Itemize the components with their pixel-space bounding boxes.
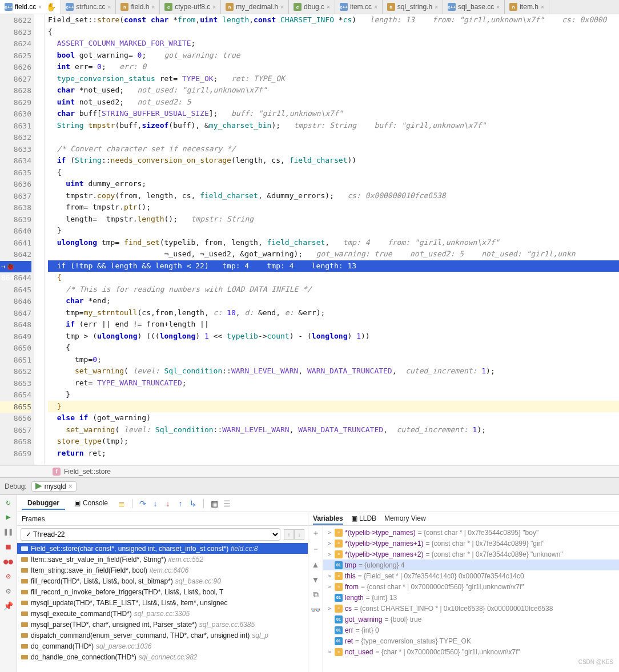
variable-row[interactable]: >≡ *(typelib->type_names+1) = {const cha… bbox=[323, 538, 619, 549]
close-icon[interactable]: × bbox=[541, 4, 544, 10]
breadcrumb[interactable]: f Field_set::store bbox=[0, 465, 619, 478]
variable-row[interactable]: 01 length = {uint} 13 bbox=[323, 592, 619, 603]
remove-watch-icon[interactable]: － bbox=[312, 544, 320, 554]
expand-icon[interactable]: > bbox=[327, 552, 332, 557]
stack-frame[interactable]: mysql_update(THD*, TABLE_LIST*, List&, L… bbox=[17, 597, 308, 608]
svg-rect-6 bbox=[21, 611, 28, 616]
stack-frame[interactable]: Item::save_str_value_in_field(Field*, St… bbox=[17, 554, 308, 565]
stack-frame[interactable]: do_handle_one_connection(THD*) sql_conne… bbox=[17, 651, 308, 662]
expand-icon[interactable]: > bbox=[327, 584, 332, 590]
debug-config[interactable]: mysqld × bbox=[31, 481, 77, 492]
tab-variables[interactable]: Variables bbox=[313, 513, 343, 525]
svg-rect-5 bbox=[21, 601, 28, 605]
debug-panel: ↻ ▶ ❚❚ ■ ●● ⊘ ⚙ 📌 Debugger ▣Console ≣ ↷ … bbox=[0, 495, 619, 672]
view-breakpoints-icon[interactable]: ●● bbox=[4, 557, 13, 566]
variables-tree[interactable]: >≡ *(typelib->type_names) = {const char … bbox=[323, 526, 619, 672]
step-out-icon[interactable]: ↑ bbox=[176, 499, 185, 508]
tab-dbug-c[interactable]: cdbug.c× bbox=[289, 0, 335, 14]
stack-frame[interactable]: Field_set::store(char const*, unsigned i… bbox=[17, 543, 308, 554]
stack-frame[interactable]: do_command(THD*) sql_parse.cc:1036 bbox=[17, 641, 308, 651]
tab-item-cc[interactable]: c++item.cc× bbox=[335, 0, 383, 14]
rerun-icon[interactable]: ↻ bbox=[4, 497, 13, 506]
variable-row[interactable]: 01 got_warning = {bool} true bbox=[323, 614, 619, 625]
close-icon[interactable]: × bbox=[280, 4, 284, 10]
tab-ctype-utf8-c[interactable]: cctype-utf8.c× bbox=[160, 0, 221, 14]
variable-row[interactable]: >≡ *(typelib->type_names) = {const char … bbox=[323, 527, 619, 538]
watermark: CSDN @KES bbox=[578, 659, 613, 665]
up-icon[interactable]: ▲ bbox=[312, 560, 320, 569]
frame-down-icon[interactable]: ↓ bbox=[294, 529, 304, 540]
mute-breakpoints-icon[interactable]: ⊘ bbox=[4, 572, 13, 581]
expand-icon[interactable]: > bbox=[327, 573, 332, 579]
var-kind-icon: 01 bbox=[335, 626, 343, 634]
variable-row[interactable]: >≡ this = {Field_set * | 0x7fe3544c14c0}… bbox=[323, 570, 619, 581]
close-icon[interactable]: × bbox=[151, 4, 155, 10]
debug-header: Debug: mysqld × bbox=[0, 478, 619, 495]
variable-row[interactable]: 01 tmp = {ulonglong} 4 bbox=[323, 560, 619, 570]
tab-sql_string-h[interactable]: hsql_string.h× bbox=[383, 0, 443, 14]
expand-icon[interactable]: > bbox=[327, 606, 332, 611]
close-icon[interactable]: × bbox=[374, 4, 377, 10]
glasses-icon[interactable]: 👓 bbox=[311, 605, 320, 614]
close-icon[interactable]: × bbox=[108, 4, 111, 10]
thread-select[interactable]: ✓ Thread-22 bbox=[21, 528, 280, 541]
pause-icon[interactable]: ❚❚ bbox=[4, 527, 13, 536]
frame-up-icon[interactable]: ↑ bbox=[284, 529, 294, 540]
step-into-icon[interactable]: ↓ bbox=[151, 499, 160, 508]
tab-lldb[interactable]: ▣ LLDB bbox=[351, 513, 376, 525]
expand-icon[interactable]: > bbox=[327, 530, 332, 536]
force-step-into-icon[interactable]: ↓ bbox=[163, 499, 172, 508]
pin-icon[interactable]: 📌 bbox=[4, 601, 13, 610]
step-over-icon[interactable]: ↷ bbox=[138, 499, 147, 508]
more-icon[interactable]: ☰ bbox=[222, 499, 231, 508]
code-editor[interactable]: 8622862386248625862686278628862986308631… bbox=[0, 14, 619, 465]
add-watch-icon[interactable]: ＋ bbox=[312, 528, 320, 538]
variable-row[interactable]: >≡ not_used = {char * | 0x700000c0f560} … bbox=[323, 646, 619, 657]
tab-field-h[interactable]: hfield.h× bbox=[116, 0, 160, 14]
svg-rect-7 bbox=[21, 622, 28, 627]
stack-frame[interactable]: fill_record(THD*, List&, List&, bool, st… bbox=[17, 576, 308, 586]
evaluate-icon[interactable]: ▦ bbox=[210, 499, 219, 508]
tab-field-cc[interactable]: c++field.cc×✋ bbox=[0, 0, 61, 14]
tab-strfunc-cc[interactable]: c++strfunc.cc× bbox=[61, 0, 116, 14]
close-icon[interactable]: × bbox=[496, 4, 500, 10]
stack-frame[interactable]: dispatch_command(enum_server_command, TH… bbox=[17, 630, 308, 641]
stack-frame[interactable]: fill_record_n_invoke_before_triggers(THD… bbox=[17, 586, 308, 597]
tab-item-h[interactable]: hitem.h× bbox=[505, 0, 549, 14]
variable-row[interactable]: 01 err = {int} 0 bbox=[323, 625, 619, 635]
cpp-file-icon: c++ bbox=[340, 3, 348, 11]
call-stack[interactable]: Field_set::store(char const*, unsigned i… bbox=[17, 543, 308, 672]
stack-frame[interactable]: mysql_parse(THD*, char*, unsigned int, P… bbox=[17, 619, 308, 630]
close-icon[interactable]: × bbox=[38, 4, 42, 10]
settings-icon[interactable]: ⚙ bbox=[4, 586, 13, 595]
code-area[interactable]: Field_set::store(const char *from,uint l… bbox=[45, 14, 619, 465]
stop-icon[interactable]: ■ bbox=[4, 542, 13, 551]
variable-row[interactable]: >≡ *(typelib->type_names+2) = {const cha… bbox=[323, 549, 619, 560]
tab-debugger[interactable]: Debugger bbox=[22, 497, 65, 510]
tab-memory[interactable]: Memory View bbox=[384, 513, 425, 525]
tab-my_decimal-h[interactable]: hmy_decimal.h× bbox=[221, 0, 289, 14]
variable-row[interactable]: >≡ cs = {const CHARSET_INFO * | 0x10fce6… bbox=[323, 603, 619, 614]
close-icon[interactable]: × bbox=[212, 4, 216, 10]
variable-row[interactable]: >≡ from = {const char * | 0x700000c0f560… bbox=[323, 581, 619, 592]
console-icon: ▣ bbox=[74, 499, 81, 507]
var-kind-icon: ≡ bbox=[335, 572, 343, 580]
expand-icon[interactable]: > bbox=[327, 649, 332, 655]
fold-column[interactable] bbox=[34, 14, 45, 465]
copy-icon[interactable]: ⧉ bbox=[313, 590, 319, 599]
expand-icon[interactable]: > bbox=[327, 541, 332, 546]
down-icon[interactable]: ▼ bbox=[312, 575, 320, 584]
close-icon[interactable]: × bbox=[69, 482, 73, 490]
run-to-cursor-icon[interactable]: ↳ bbox=[188, 499, 198, 508]
var-kind-icon: 01 bbox=[335, 637, 343, 645]
tab-sql_base-cc[interactable]: c++sql_base.cc× bbox=[443, 0, 505, 14]
close-icon[interactable]: × bbox=[327, 4, 330, 10]
variable-row[interactable]: 01 ret = {type_conversion_status} TYPE_O… bbox=[323, 635, 619, 646]
stack-frame[interactable]: mysql_execute_command(THD*) sql_parse.cc… bbox=[17, 608, 308, 619]
close-icon[interactable]: × bbox=[435, 4, 438, 10]
h-file-icon: h bbox=[120, 3, 128, 11]
stack-frame[interactable]: Item_string::save_in_field(Field*, bool)… bbox=[17, 565, 308, 576]
resume-icon[interactable]: ▶ bbox=[4, 512, 13, 521]
threads-icon[interactable]: ≣ bbox=[117, 499, 126, 508]
tab-console[interactable]: ▣Console bbox=[69, 497, 114, 510]
